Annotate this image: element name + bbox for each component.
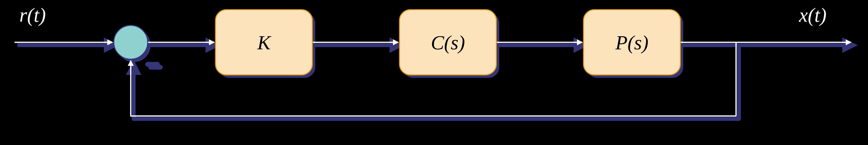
minus-sign [145,62,160,67]
block-controller-label: C(s) [431,32,465,53]
block-plant-label: P(s) [615,32,649,53]
input-label: r(t) [19,4,46,26]
block-diagram: K C(s) P(s) r(t) x(t) [0,0,868,145]
block-gain-label: K [257,32,272,53]
output-label: x(t) [799,4,827,26]
summing-junction [114,25,148,59]
